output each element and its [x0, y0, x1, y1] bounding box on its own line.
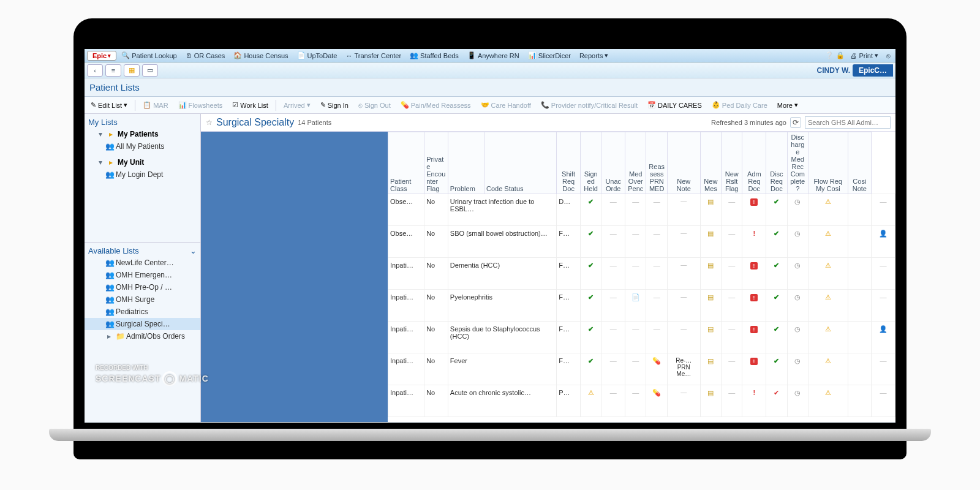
note-icon: ▤ [707, 357, 714, 364]
col-new-mes[interactable]: New Mes [700, 132, 721, 194]
cell-shift-req: ✔ [580, 322, 601, 353]
refresh-button[interactable]: ⟳ [790, 117, 801, 128]
table-row[interactable]: Inpati…NoPyelonephritisF…✔—📄——▤—!!✔◷⚠— [388, 290, 895, 322]
epic-menu-button[interactable]: Epic ▾ [87, 51, 116, 61]
people-icon: 👥 [105, 170, 113, 179]
sidebar-item-available[interactable]: 👥OMH Pre-Op / … [85, 281, 200, 293]
daily-cares-button[interactable]: 📅 DAILY CARES [644, 100, 706, 110]
star-icon[interactable]: ☆ [206, 118, 213, 127]
toolbar-transfer-center[interactable]: ↔ Transfer Center [342, 51, 405, 60]
sidebar-item-my-patients[interactable]: ▾ ▸ My Patients [85, 128, 200, 140]
toolbar-or-cases[interactable]: 🗓 OR Cases [182, 51, 229, 60]
folder-button[interactable]: ▦ [124, 64, 140, 77]
cell-dmr: ⚠ [808, 353, 848, 385]
arrived-button[interactable]: Arrived ▾ [280, 100, 314, 110]
table-row[interactable]: Inpati…NoFeverF…✔——💊Re-… PRN Me…▤—!!✔◷⚠— [388, 353, 895, 385]
sidebar-item-available-selected[interactable]: 👥Surgical Speci… [85, 318, 200, 330]
cell-shift-req: ✔ [580, 353, 601, 385]
toolbar-staffed-beds[interactable]: 👥 Staffed Beds [406, 51, 462, 60]
cell-new-mes: — [722, 194, 742, 226]
print-button[interactable]: 🖨 Print ▾ [846, 51, 882, 60]
toolbar-anywhere-rn[interactable]: 📱 Anywhere RN [464, 51, 523, 60]
sign-in-button[interactable]: ✎ Sign In [317, 100, 352, 110]
people-icon: 👥 [105, 271, 113, 279]
table-row[interactable]: Inpati…NoSepsis due to Staphylococcus (H… [388, 322, 895, 353]
table-row[interactable]: Obse…NoUrinary tract infection due to ES… [388, 194, 895, 226]
toolbar-reports[interactable]: Reports ▾ [576, 51, 612, 60]
sidebar-item-all-my-patients[interactable]: 👥 All My Patients [85, 140, 200, 153]
table-row[interactable]: Inpati…NoAcute on chronic systolic…P…⚠——… [388, 385, 895, 417]
toolbar-patient-lookup[interactable]: 🔍 Patient Lookup [118, 51, 180, 60]
more-button[interactable]: More ▾ [774, 100, 802, 110]
available-lists-heading[interactable]: Available Lists ⌄ [85, 242, 200, 257]
col-code-status[interactable]: Code Status [484, 132, 556, 194]
workspace-tab[interactable]: EpicC… [853, 64, 893, 77]
col-med-over-penc[interactable]: Med Over Penc [625, 132, 646, 194]
col-flow-req-my-cosi[interactable]: Flow Req My Cosi [808, 132, 848, 194]
sidebar-item-available[interactable]: 👥OMH Surge [85, 293, 200, 306]
col-shift-req-doc[interactable]: Shift Req Doc [557, 132, 581, 194]
sign-out-button[interactable]: ⎋ Sign Out [355, 100, 394, 110]
sidebar-item-my-login-dept[interactable]: 👥 My Login Dept [85, 168, 200, 181]
patient-grid[interactable]: Patient Class Private Encounter Flag Pro… [388, 132, 895, 422]
grid-header[interactable]: Patient Class Private Encounter Flag Pro… [388, 132, 895, 194]
sidebar-item-available[interactable]: ▸📁Admit/Obs Orders [85, 330, 200, 342]
col-problem[interactable]: Problem [448, 132, 484, 194]
sidebar-item-available[interactable]: 👥NewLife Center… [85, 257, 200, 269]
clock-icon: ◷ [794, 293, 801, 301]
secure-icon[interactable]: 🔒 [835, 51, 845, 59]
flowsheets-button[interactable]: 📊 Flowsheets [175, 100, 227, 110]
col-reassess-prn-med[interactable]: Reassess PRN MED [646, 132, 667, 194]
cell-shift-req: ✔ [580, 226, 601, 258]
cell-shift-req: ✔ [580, 258, 601, 290]
col-unac-orde[interactable]: Unac Orde [601, 132, 625, 194]
toolbar-slicerdicer[interactable]: 📊 SlicerDicer [524, 51, 575, 60]
patient-count: 14 Patients [298, 119, 331, 126]
folder-icon: ▸ [107, 130, 115, 138]
table-row[interactable]: Obse…NoSBO (small bowel obstruction)…F…✔… [388, 226, 895, 258]
cell-problem: Acute on chronic systolic… [448, 385, 556, 417]
col-signed-held[interactable]: Signed Held [580, 132, 601, 194]
col-disc-req-doc[interactable]: Disc Req Doc [766, 132, 787, 194]
check-icon: ✔ [588, 262, 594, 269]
col-cosi-note[interactable]: Cosi Note [848, 132, 872, 194]
note-icon: ▤ [707, 325, 714, 333]
calendar-button[interactable]: ▭ [142, 64, 158, 77]
col-adm-req-doc[interactable]: Adm Req Doc [742, 132, 766, 194]
cell-new-note: ▤ [700, 226, 721, 258]
pain-med-reassess-button[interactable]: 💊 Pain/Med Reassess [397, 100, 475, 110]
clock-icon: ◷ [794, 262, 801, 269]
col-new-note[interactable]: New Note [667, 132, 700, 194]
work-list-button[interactable]: ☑ Work List [228, 100, 272, 110]
toolbar-uptodate[interactable]: 📄 UpToDate [293, 51, 341, 60]
ped-daily-care-button[interactable]: 👶 Ped Daily Care [708, 100, 771, 110]
list-view-button[interactable]: ≡ [105, 64, 121, 77]
mar-button[interactable]: 📋 MAR [139, 100, 172, 110]
cell-patient-class: Inpati… [388, 290, 424, 322]
check-icon: ✔ [774, 357, 779, 364]
col-discharge-med-rec[interactable]: Discharge Med Rec Complete? [787, 132, 808, 194]
sidebar-item-available[interactable]: 👥OMH Emergen… [85, 269, 200, 281]
logout-icon[interactable]: ⎋ [883, 52, 893, 59]
care-handoff-button[interactable]: 🤝 Care Handoff [477, 100, 535, 110]
help-icon[interactable]: ❔ [824, 51, 834, 59]
cell-signed-held: — [601, 290, 625, 322]
sidebar-item-available[interactable]: 👥Pediatrics [85, 306, 200, 318]
cell-signed-held: — [601, 353, 625, 385]
sidebar-item-my-unit[interactable]: ▾ ▸ My Unit [85, 156, 200, 168]
provider-notify-button[interactable]: 📞 Provider notify/Critical Result [537, 100, 641, 110]
search-input[interactable] [805, 116, 891, 129]
col-new-rslt-flag[interactable]: New Rslt Flag [722, 132, 742, 194]
warning-icon: ⚠ [825, 262, 831, 269]
col-patient-class[interactable]: Patient Class [388, 132, 424, 194]
table-row[interactable]: Inpati…NoDementia (HCC)F…✔————▤—!!✔◷⚠— [388, 258, 895, 290]
cell-med-over: — [646, 322, 667, 353]
col-priv-enc-flag[interactable]: Private Encounter Flag [424, 132, 448, 194]
back-button[interactable]: ‹ [87, 64, 103, 77]
toolbar-house-census[interactable]: 🏠 House Census [230, 51, 292, 60]
record-icon: ◯ [162, 371, 177, 386]
secondary-toolbar: ‹ ≡ ▦ ▭ CINDY W. EpicC… [85, 62, 895, 78]
edit-list-button[interactable]: ✎ Edit List ▾ [87, 100, 131, 110]
warning-icon: ⚠ [825, 293, 831, 301]
alert-dot-icon: ! [753, 389, 755, 396]
